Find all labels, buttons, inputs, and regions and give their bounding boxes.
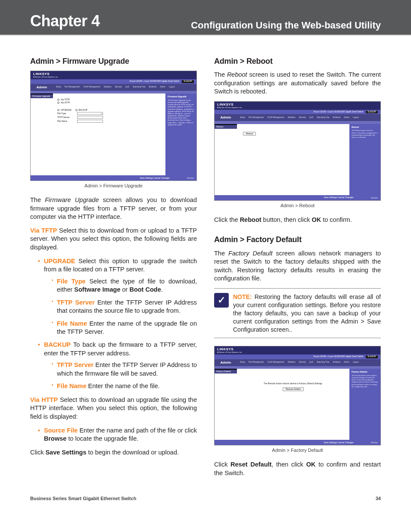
bullet-upgrade: UPGRADE Select this option to upgrade th… [38, 257, 197, 337]
ss-tab: Admin [342, 361, 351, 364]
sub-filetype: File Type Select the type of file to dow… [52, 277, 197, 294]
ss-brand-name: LINKSYS [217, 347, 234, 351]
ss-nav-admin: Admin [215, 114, 237, 121]
ss-tab: VLAN Management [266, 116, 286, 119]
ss-row-filename: File Name [57, 120, 161, 123]
ss-brand-sub: A Division of Cisco Systems, Inc. [217, 107, 378, 109]
ss-tab: VLAN Management [82, 86, 102, 89]
page-footer: Business Series Smart Gigabit Ethernet S… [0, 495, 411, 512]
caption-factory: Admin > Factory Default [214, 447, 381, 454]
ss-nav: Admin Setup Port Management VLAN Managem… [215, 359, 380, 366]
ss-tab: VLAN Management [266, 361, 286, 364]
note-text: NOTE: Restoring the factory defaults wil… [233, 293, 381, 333]
ss-tab: Spanning Tree [131, 86, 146, 89]
ss-tab: Multicast [331, 361, 342, 364]
ss-model-bar: 24-port 10/100 + 2-port 10/100/1000 Giga… [31, 79, 196, 84]
heading-firmware-upgrade: Admin > Firmware Upgrade [30, 56, 197, 66]
via-http-para: Via HTTP Select this to download an upgr… [30, 396, 197, 421]
ss-radio-tftp: Via TFTP [57, 99, 161, 101]
ss-help-h: Reboot [352, 126, 378, 129]
ss-footer-btns: Save Settings Cancel Changes [140, 177, 170, 179]
ss-model-text: 24-port 10/100 + 2-port 10/100/1000 Giga… [314, 111, 364, 113]
screenshot-firmware-upgrade: LINKSYS A Division of Cisco Systems, Inc… [30, 71, 197, 181]
factory-intro: The Factory Default screen allows networ… [214, 249, 381, 283]
ss-tab: Multicast [331, 116, 342, 119]
left-column: Admin > Firmware Upgrade LINKSYS A Divis… [30, 56, 197, 482]
ss-restore-button: Restore Default [283, 387, 304, 391]
ss-model-badge: SLM224P [182, 80, 194, 83]
ss-model-bar: 24-port 10/100 + 2-port 10/100/1000 Giga… [215, 110, 380, 115]
ss-tab: Security [298, 361, 307, 364]
ss-help-t: The Firmware Upgrade screen contains the… [168, 99, 194, 126]
ss-brand-name: LINKSYS [217, 103, 234, 106]
ss-tab: Setup [55, 86, 62, 89]
heading-reboot: Admin > Reboot [214, 56, 381, 66]
cisco-logo: cisco [187, 177, 194, 179]
save-settings-para: Click Save Settings to begin the downloa… [30, 448, 197, 457]
ss-tab: Logout [352, 361, 360, 364]
tftp-bullets: UPGRADE Select this option to upgrade th… [30, 257, 197, 391]
ss-help-t: The Reboot page resets the device. The d… [352, 129, 378, 138]
ss-model-text: 24-port 10/100 + 2-port 10/100/1000 Giga… [130, 81, 180, 83]
factory-click: Click Reset Default, then click OK to co… [214, 460, 381, 477]
ss-model-badge: SLM224P [366, 111, 378, 114]
ss-tab: Port Management [247, 361, 265, 364]
ss-tab: Logout [168, 86, 176, 89]
ss-tab: Statistics [286, 116, 297, 119]
heading-factory-default: Admin > Factory Default [214, 234, 381, 245]
ss-body: Factory Default The Restore button retur… [215, 369, 380, 440]
ss-tab: Port Management [247, 116, 265, 119]
caption-firmware: Admin > Firmware Upgrade [30, 183, 197, 189]
ss-model-badge: SLM224P [366, 355, 378, 358]
ss-help-h: Firmware Upgrade [168, 95, 194, 98]
ss-nav: Admin Setup Port Management VLAN Managem… [215, 114, 380, 121]
http-bullets: Source File Enter the name and path of t… [30, 426, 197, 443]
ss-help-t: The Factory Reset screen allows network … [352, 374, 378, 388]
ss-brand-sub: A Division of Cisco Systems, Inc. [217, 352, 378, 353]
ss-footer: Save Settings Cancel Changes cisco [31, 175, 196, 180]
cisco-logo: cisco [371, 196, 378, 199]
sub-tftpserver1: TFTP Server Enter the TFTP Server IP Add… [52, 299, 197, 315]
ss-tab: Port Management [63, 86, 81, 89]
via-tftp-para: Via TFTP Select this to download from or… [30, 227, 197, 252]
ss-tab: Statistics [286, 361, 297, 364]
ss-mode-upgrade: UPGRADE BACKUP [57, 109, 161, 111]
ss-tab: Security [298, 116, 307, 119]
upgrade-sub: File Type Select the type of file to dow… [44, 277, 197, 336]
reboot-click: Click the Reboot button, then click OK t… [214, 216, 381, 224]
ss-row-filetype: File Type [57, 112, 161, 115]
ss-tab: Setup [239, 361, 246, 364]
ss-help: Reboot The Reboot page resets the device… [349, 124, 380, 195]
ss-footer: Save Settings Cancel Changes cisco [215, 195, 380, 200]
ss-footer: Save Settings Cancel Changes cisco [215, 440, 380, 445]
ss-side-active: Reboot [215, 125, 237, 129]
ss-field-filename [77, 120, 103, 123]
ss-footer-btns: Save Settings Cancel Changes [324, 196, 354, 199]
caption-reboot: Admin > Reboot [214, 202, 381, 209]
fw-intro: The Firmware Upgrade screen allows you t… [30, 196, 197, 221]
ss-nav-tabs: Setup Port Management VLAN Management St… [53, 85, 178, 90]
ss-tab: Spanning Tree [315, 361, 330, 364]
screenshot-reboot: LINKSYS A Division of Cisco Systems, Inc… [214, 101, 381, 201]
ss-brand: LINKSYS A Division of Cisco Systems, Inc… [215, 102, 380, 110]
ss-side: Reboot [215, 124, 237, 195]
ss-tab: Multicast [147, 86, 158, 89]
ss-tab: Admin [342, 116, 351, 119]
reboot-intro: The Reboot screen is used to reset the S… [214, 71, 381, 96]
ss-tab: Logout [352, 116, 360, 119]
ss-help: Firmware Upgrade The Firmware Upgrade sc… [165, 93, 196, 175]
ss-body: Reboot Reboot Reboot The Reboot page res… [215, 124, 380, 195]
ss-main: Reboot [237, 124, 349, 195]
bullet-sourcefile: Source File Enter the name and path of t… [38, 426, 197, 443]
sub-filename1: File Name Enter the name of the upgrade … [52, 320, 197, 336]
ss-side-active: Factory Default [215, 370, 237, 373]
ss-body: Firmware Upgrade Via TFTP Via HTTP UPGRA… [31, 93, 196, 175]
ss-side: Firmware Upgrade [31, 93, 53, 175]
ss-tab: Setup [239, 116, 246, 119]
ss-main: Via TFTP Via HTTP UPGRADE BACKUP File Ty… [53, 93, 165, 175]
ss-tab: Security [114, 86, 123, 89]
ss-model-text: 24-port 10/100 + 2-port 10/100/1000 Giga… [314, 356, 364, 358]
ss-tab: Spanning Tree [315, 116, 330, 119]
ss-nav-admin: Admin [215, 359, 237, 366]
ss-fd-message: The Restore button returns device to Fac… [241, 383, 345, 385]
